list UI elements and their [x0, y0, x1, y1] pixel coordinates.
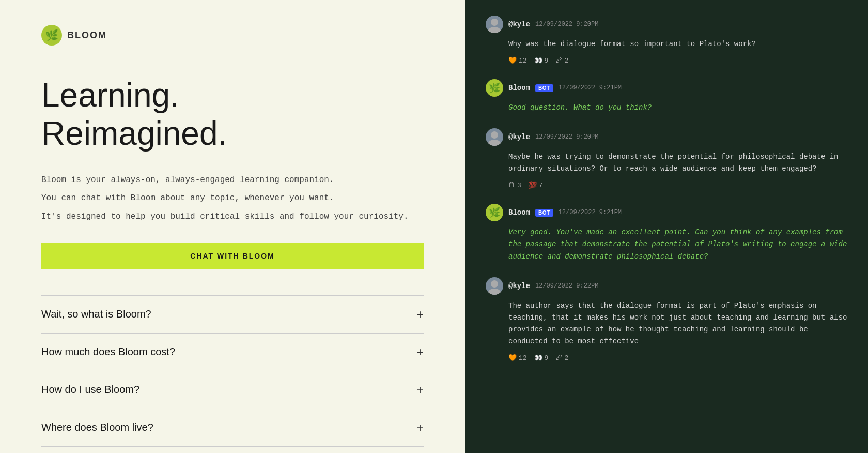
reaction-5c: 🖊 2: [555, 354, 568, 362]
faq-expand-icon-4: +: [416, 420, 424, 435]
timestamp-2: 12/09/2022 9:21PM: [559, 84, 622, 92]
faq-item-4[interactable]: Where does Bloom live? +: [41, 409, 424, 447]
username-kyle-3: @kyle: [508, 282, 530, 290]
reactions-1: 🧡 12 👀 9 🖊 2: [486, 56, 847, 65]
message-group-2: 🌿 Bloom BOT 12/09/2022 9:21PM Good quest…: [486, 79, 847, 114]
message-header-5: @kyle 12/09/2022 9:22PM: [486, 277, 847, 295]
message-text-5: The author says that the dialogue format…: [486, 300, 847, 348]
username-bloom-2: Bloom: [508, 208, 530, 217]
avatar-bloom-1: 🌿: [486, 79, 503, 97]
bloom-logo-icon: 🌿: [41, 25, 62, 46]
svg-point-3: [488, 140, 501, 146]
faq-expand-icon-3: +: [416, 383, 424, 397]
faq-expand-icon-1: +: [416, 307, 424, 322]
message-header-2: 🌿 Bloom BOT 12/09/2022 9:21PM: [486, 79, 847, 97]
description-3: It's designed to help you build critical…: [41, 210, 424, 224]
message-text-2: Good question. What do you think?: [486, 102, 847, 114]
faq-item-2[interactable]: How much does Bloom cost? +: [41, 333, 424, 371]
message-group-1: @kyle 12/09/2022 9:20PM Why was the dial…: [486, 16, 847, 65]
chat-with-bloom-button[interactable]: CHAT WITH BLOOM: [41, 243, 424, 269]
svg-point-2: [491, 131, 498, 139]
bot-badge-2: BOT: [535, 209, 553, 217]
description-2: You can chat with Bloom about any topic,…: [41, 191, 424, 205]
svg-point-1: [488, 27, 501, 33]
message-text-1: Why was the dialogue format so important…: [486, 38, 847, 50]
reaction-1c: 🖊 2: [555, 57, 568, 65]
avatar-kyle-2: [486, 128, 503, 146]
logo-text: BLOOM: [67, 30, 107, 41]
description-1: Bloom is your always-on, always-engaged …: [41, 173, 424, 187]
hero-title: Learning. Reimagined.: [41, 77, 424, 153]
username-kyle-1: @kyle: [508, 20, 530, 28]
reactions-3: 🗒 3 💯 7: [486, 181, 847, 189]
timestamp-4: 12/09/2022 9:21PM: [559, 209, 622, 216]
message-header-4: 🌿 Bloom BOT 12/09/2022 9:21PM: [486, 204, 847, 221]
timestamp-3: 12/09/2022 9:20PM: [535, 133, 598, 141]
svg-point-5: [488, 289, 501, 295]
right-panel: @kyle 12/09/2022 9:20PM Why was the dial…: [465, 0, 868, 453]
bot-badge-1: BOT: [535, 84, 553, 92]
reaction-1b: 👀 9: [534, 56, 549, 65]
timestamp-1: 12/09/2022 9:20PM: [535, 21, 598, 28]
reaction-3b: 💯 7: [529, 181, 543, 189]
message-header-1: @kyle 12/09/2022 9:20PM: [486, 16, 847, 33]
avatar-kyle-3: [486, 277, 503, 295]
message-text-3: Maybe he was trying to demonstrate the p…: [486, 151, 847, 175]
faq-expand-icon-2: +: [416, 345, 424, 359]
message-group-3: @kyle 12/09/2022 9:20PM Maybe he was try…: [486, 128, 847, 189]
svg-point-0: [491, 19, 498, 26]
timestamp-5: 12/09/2022 9:22PM: [535, 282, 598, 290]
svg-point-4: [491, 280, 498, 288]
avatar-kyle-1: [486, 16, 503, 33]
reaction-5a: 🧡 12: [508, 354, 527, 362]
message-text-4: Very good. You've made an excellent poin…: [486, 226, 847, 262]
faq-item-3[interactable]: How do I use Bloom? +: [41, 371, 424, 409]
avatar-bloom-2: 🌿: [486, 204, 503, 221]
logo-area: 🌿 BLOOM: [41, 25, 424, 46]
faq-section: Wait, so what is Bloom? + How much does …: [41, 295, 424, 447]
username-kyle-2: @kyle: [508, 133, 530, 141]
message-group-4: 🌿 Bloom BOT 12/09/2022 9:21PM Very good.…: [486, 204, 847, 262]
reaction-5b: 👀 9: [534, 354, 549, 362]
left-panel: 🌿 BLOOM Learning. Reimagined. Bloom is y…: [0, 0, 465, 453]
faq-item-1[interactable]: Wait, so what is Bloom? +: [41, 295, 424, 333]
reaction-1a: 🧡 12: [508, 56, 527, 65]
message-group-5: @kyle 12/09/2022 9:22PM The author says …: [486, 277, 847, 362]
reaction-3a: 🗒 3: [508, 182, 521, 189]
username-bloom-1: Bloom: [508, 84, 530, 92]
reactions-5: 🧡 12 👀 9 🖊 2: [486, 354, 847, 362]
message-header-3: @kyle 12/09/2022 9:20PM: [486, 128, 847, 146]
